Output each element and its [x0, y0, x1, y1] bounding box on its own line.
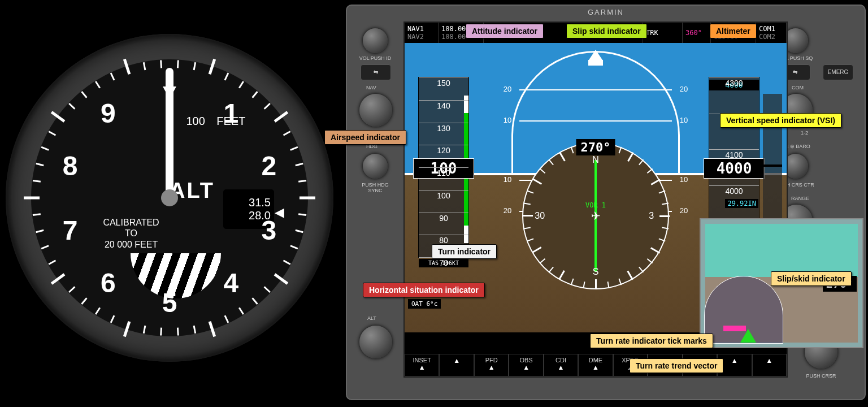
softkey-DME[interactable]: DME▲ — [578, 354, 613, 376]
altimeter-tick — [295, 230, 303, 233]
tape-tick: 80 — [419, 235, 468, 245]
nav-vol-knob[interactable] — [363, 28, 388, 53]
tape-tick: 150 — [419, 77, 468, 88]
softkey-PFD[interactable]: PFD▲ — [474, 354, 509, 376]
push-crsr-label: PUSH CRSR — [800, 373, 842, 379]
altimeter-tick — [51, 273, 66, 285]
softkey-CDI[interactable]: CDI▲ — [544, 354, 578, 376]
callout-hsi: Horizontal situation indicator — [363, 283, 485, 297]
softkey-OBS[interactable]: OBS▲ — [509, 354, 543, 376]
softkey-INSET[interactable]: INSET▲ — [405, 354, 439, 376]
altimeter-tick — [68, 103, 75, 110]
emerg-button[interactable]: EMERG — [823, 64, 853, 80]
com12-label: 1-2 — [801, 130, 808, 136]
nav2-label: NAV2 — [407, 33, 435, 41]
softkey-1[interactable]: ▲ — [439, 354, 474, 376]
horizontal-situation-indicator: 270° VOR 1 ✈ N S 3 30 — [522, 142, 669, 289]
altimeter-tick — [274, 111, 289, 123]
callout-vsi: Vertical speed indicator (VSI) — [720, 113, 841, 128]
kollsman-value-1: 31.5 — [249, 196, 271, 209]
nav-label: NAV — [366, 85, 376, 90]
altimeter-tick — [177, 60, 179, 68]
altimeter-tick — [298, 180, 306, 183]
nav-flipflop-button[interactable]: ⇆ — [361, 64, 391, 80]
altimeter-tick — [224, 315, 229, 323]
altimeter-tick — [160, 60, 162, 68]
altimeter-tick — [283, 259, 291, 265]
pitch-10u-r: 10 — [680, 116, 688, 124]
com1-label: COM1 — [759, 25, 783, 33]
analogue-altimeter: 100 FEET ALT CALIBRATED TO 20 000 FEET 3… — [6, 34, 333, 362]
tape-tick: 4100 — [709, 149, 759, 159]
trk-value: 360° — [685, 29, 708, 37]
alt-knob-label: ALT — [367, 315, 376, 321]
callout-airspeed: Airspeed indicator — [324, 130, 406, 145]
altimeter-tick — [68, 286, 75, 293]
altimeter-tick — [295, 163, 303, 166]
callout-slip: Slip skid indicator — [566, 24, 647, 38]
callout-attitude: Attitude indicator — [466, 24, 544, 38]
altitude-readout: 4000 — [704, 158, 765, 179]
altimeter-digit-4: 4 — [223, 267, 238, 298]
altimeter-scale-100: 100 — [186, 115, 205, 128]
altimeter-tick — [95, 81, 101, 88]
altimeter-tick — [51, 111, 66, 123]
roll-pointer-icon — [589, 50, 602, 60]
altimeter-digit-1: 1 — [223, 98, 238, 129]
altimeter-tick — [81, 297, 87, 305]
altimeter-digit-9: 9 — [101, 98, 116, 129]
altimeter-tick — [251, 297, 258, 305]
pitch-10d-l: 10 — [504, 175, 511, 184]
tape-tick: 100 — [419, 190, 468, 200]
pfd-screen: NAV1NAV2 108.00108.00 TRK 360° 134.00123… — [403, 21, 788, 378]
nav1-label: NAV1 — [407, 25, 435, 33]
airspeed-tape: 100 TAS 106KT 150140130120110100908070 — [418, 77, 469, 258]
altimeter-tick — [41, 146, 49, 151]
altimeter-tick — [33, 180, 41, 183]
pitch-10d-r: 10 — [680, 175, 688, 184]
com-label: COM — [792, 85, 804, 90]
altimeter-digit-3: 3 — [262, 215, 277, 246]
altimeter-tick — [238, 307, 244, 314]
altimeter-tick — [209, 321, 216, 337]
tape-tick: 90 — [419, 213, 468, 223]
altimeter-tick — [193, 62, 197, 70]
alt-knob[interactable] — [359, 326, 392, 358]
altimeter-hub — [161, 189, 178, 206]
pitch-20d-r: 20 — [680, 206, 688, 215]
altimeter-tick — [160, 327, 162, 335]
heading-readout: 270° — [576, 139, 615, 155]
altimeter-digit-8: 8 — [63, 150, 78, 181]
altimeter-face: 100 FEET ALT CALIBRATED TO 20 000 FEET 3… — [31, 59, 308, 336]
com2-label: COM2 — [759, 33, 783, 41]
altimeter-tick — [110, 73, 115, 81]
tape-tick: 120 — [419, 145, 468, 155]
altimeter-tick — [95, 307, 101, 314]
garmin-brand-label: GARMIN — [588, 8, 624, 16]
hdg-knob[interactable] — [363, 154, 388, 179]
tape-tick: 4000 — [709, 185, 759, 196]
nav-knob[interactable] — [359, 94, 392, 127]
altimeter-tick — [123, 59, 131, 75]
hsi-card-w: 30 — [535, 211, 545, 221]
tape-tick: 110 — [419, 167, 468, 177]
nav-vol-label: VOL PUSH ID — [357, 55, 393, 61]
altimeter-tick — [24, 197, 40, 200]
callout-inset-trend: Turn rate trend vector — [630, 358, 723, 373]
altimeter-tick — [33, 213, 41, 216]
altimeter-tick — [143, 62, 146, 70]
altimeter-tick — [264, 103, 271, 110]
altimeter-tick — [300, 197, 315, 200]
altimeter-digit-2: 2 — [262, 150, 277, 181]
range-label: RANGE — [791, 196, 809, 201]
hsi-card-n: N — [592, 155, 599, 165]
pitch-20u-r: 20 — [680, 85, 688, 93]
trk-label: TRK — [646, 29, 679, 37]
oat-readout: OAT 6°c — [408, 299, 441, 309]
tape-tick: 130 — [419, 123, 468, 133]
softkey-10[interactable]: ▲ — [752, 354, 787, 376]
pitch-20u-l: 20 — [504, 85, 511, 93]
altimeter-digit-6: 6 — [101, 267, 116, 298]
altimeter-tick — [251, 91, 258, 98]
altimeter-tick — [193, 326, 197, 334]
